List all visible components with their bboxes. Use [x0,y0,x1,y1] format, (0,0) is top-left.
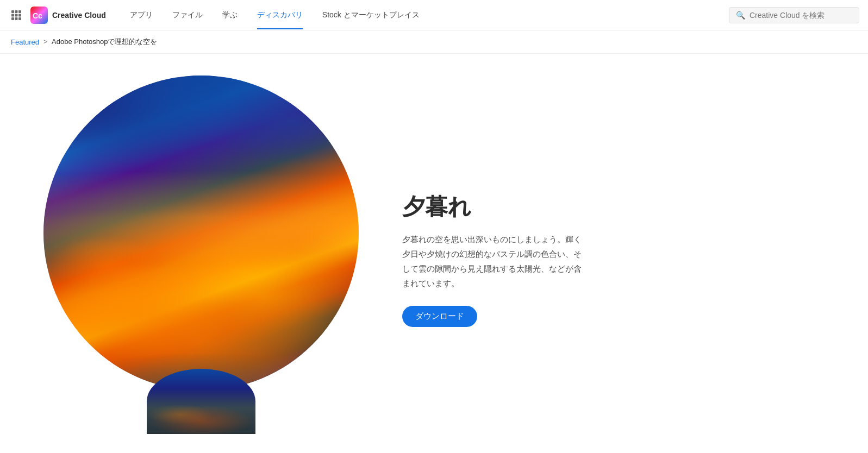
svg-rect-7 [15,17,18,20]
image-section [43,76,359,434]
content-description: 夕暮れの空を思い出深いものにしましょう。輝く夕日や夕焼けの幻想的なパステル調の色… [402,232,587,291]
content-title: 夕暮れ [402,193,825,221]
main-content: 夕暮れ 夕暮れの空を思い出深いものにしましょう。輝く夕日や夕焼けの幻想的なパステ… [0,54,868,453]
search-bar[interactable]: 🔍 [729,7,859,23]
nav-menu: アプリ ファイル 学ぶ ディスカバリ Stock とマーケットプレイス [121,6,729,24]
svg-rect-6 [11,17,14,20]
info-section: 夕暮れ 夕暮れの空を思い出深いものにしましょう。輝く夕日や夕焼けの幻想的なパステ… [402,183,825,326]
svg-rect-0 [11,10,14,13]
svg-rect-5 [18,14,21,16]
nav-item-learn[interactable]: 学ぶ [214,6,246,24]
svg-rect-2 [18,10,21,13]
breadcrumb-separator: > [43,38,47,46]
breadcrumb-parent[interactable]: Featured [11,38,39,46]
sky-image-circle-small [147,369,255,434]
svg-text:Cc: Cc [33,11,42,20]
breadcrumb-current: Adobe Photoshopで理想的な空を [52,37,157,47]
svg-rect-1 [15,10,18,13]
nav-item-apps[interactable]: アプリ [121,6,161,24]
sky-image-circle [43,76,359,391]
logo-text: Creative Cloud [52,11,106,20]
navbar: Cc Creative Cloud アプリ ファイル 学ぶ ディスカバリ Sto… [0,0,868,30]
nav-item-discover[interactable]: ディスカバリ [248,6,311,24]
search-input[interactable] [750,11,852,20]
nav-item-stock[interactable]: Stock とマーケットプレイス [314,6,428,24]
cloud-overlay [43,76,359,391]
breadcrumb: Featured > Adobe Photoshopで理想的な空を [0,30,868,54]
search-icon: 🔍 [736,11,745,20]
apps-grid-icon[interactable] [9,8,24,23]
svg-rect-4 [15,14,18,16]
download-button[interactable]: ダウンロード [402,306,477,327]
nav-item-file[interactable]: ファイル [164,6,211,24]
svg-rect-3 [11,14,14,16]
svg-rect-8 [18,17,21,20]
creative-cloud-logo[interactable]: Cc Creative Cloud [30,7,106,24]
